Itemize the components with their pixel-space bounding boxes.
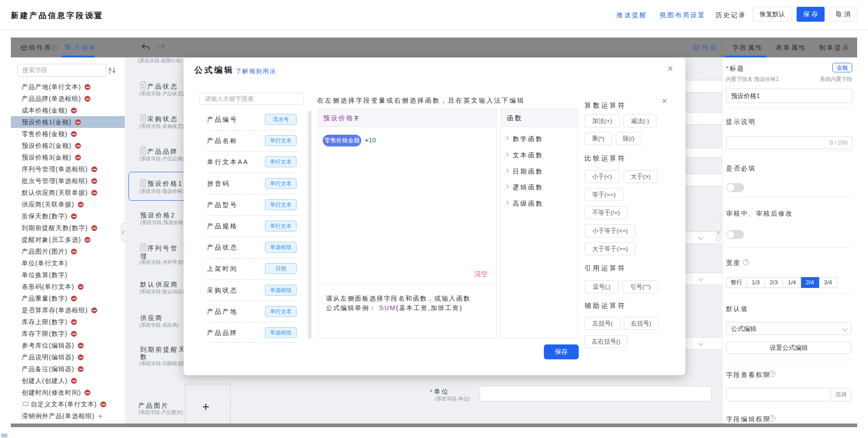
- svg-text:Z: Z: [108, 71, 111, 74]
